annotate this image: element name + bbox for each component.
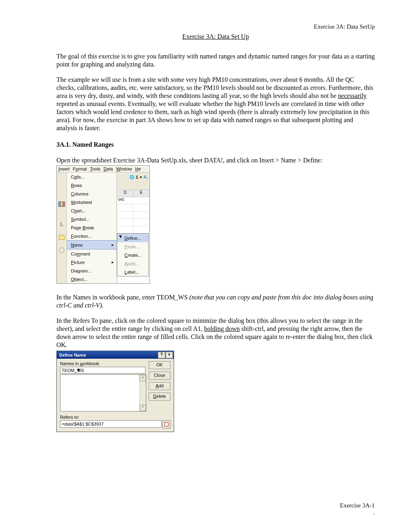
menu-data[interactable]: Data [104, 166, 113, 171]
grid-row [117, 204, 149, 212]
para2-underline: necessarily [338, 92, 367, 99]
menu-item-comment[interactable]: Comment [67, 249, 116, 258]
footer-text: Exercise 3A-1 [340, 502, 375, 509]
menu-icon-gutter: fx [57, 172, 67, 283]
grid-row [117, 212, 149, 219]
menu-item-diagram[interactable]: Diagram... [67, 266, 116, 275]
submenu-item-apply: Apply... [117, 259, 148, 268]
menu-item-object[interactable]: Object... [67, 275, 116, 283]
page-header-right: Exercise 3A: Data SetUp [314, 23, 375, 30]
function-icon: fx [60, 221, 63, 227]
footer-dot: . [340, 509, 375, 516]
menu-format[interactable]: Format [73, 166, 87, 171]
dialog-title-text: Define Name [59, 353, 86, 357]
submenu-item-paste: Paste... [117, 242, 148, 251]
menu-item-rows[interactable]: Rows [67, 181, 116, 189]
cell-fragment: onc [117, 197, 149, 204]
dialog-close-button[interactable]: × [166, 352, 173, 358]
dialog-titlebar: Define Name ? × [57, 351, 174, 359]
menu-item-worksheet[interactable]: Worksheet [67, 198, 116, 206]
dialog-help-button[interactable]: ? [158, 352, 165, 358]
submenu-item-define[interactable]: Define... [117, 234, 148, 242]
hyperlink-icon[interactable]: 🌐 [129, 175, 134, 179]
grid-row [117, 219, 149, 226]
scroll-up-icon[interactable]: ▲ [140, 375, 146, 381]
names-listbox[interactable]: ▲ ▼ [60, 374, 146, 411]
paragraph-1: The goal of this exercise is to give you… [56, 52, 375, 69]
delete-button[interactable]: Delete [149, 393, 170, 401]
insert-dropdown: Cells... Rows Columns Worksheet Chart...… [67, 172, 117, 283]
close-button[interactable]: Close [149, 372, 170, 380]
chart-icon [58, 202, 65, 207]
cursor-icon [119, 234, 122, 238]
menu-item-name[interactable]: Name▸ [67, 240, 116, 249]
paragraph-3: Open the spreadsheet Exercise 3A-Data Se… [56, 156, 375, 164]
collapse-dialog-button[interactable] [162, 420, 170, 428]
submenu-item-create[interactable]: Create... [117, 251, 148, 259]
define-name-dialog: Define Name ? × Names in workbook: ▲ ▼ O… [56, 351, 174, 432]
autosum-icon[interactable]: Σ [136, 175, 139, 179]
section-heading-3a1: 3A.1. Named Ranges [56, 141, 375, 148]
para5-underline: holding down [204, 325, 240, 332]
submenu-arrow-icon: ▸ [112, 260, 114, 265]
range-selector-icon [164, 422, 168, 426]
menu-item-cells[interactable]: Cells... [67, 172, 116, 181]
toolbar-fragment: 🌐 Σ ▾ A↓ [117, 172, 149, 182]
paragraph-4: In the Names in workbook pane, enter TEO… [56, 293, 375, 310]
column-headers: D E [117, 190, 149, 197]
diagram-icon [59, 247, 64, 253]
grid-row [117, 226, 149, 233]
para2-part-a: The example we will use is from a site w… [56, 76, 373, 99]
menu-item-symbol[interactable]: Symbol... [67, 215, 116, 223]
excel-insert-menu-screenshot: IInsertnsert Format Tools Data Window He… [56, 165, 150, 284]
menu-insert[interactable]: IInsertnsert [58, 166, 70, 171]
menu-window[interactable]: Window [116, 166, 132, 171]
ok-button[interactable]: OK [149, 361, 170, 369]
paragraph-2: The example we will use is from a site w… [56, 76, 375, 132]
listbox-scrollbar[interactable]: ▲ ▼ [139, 375, 146, 411]
paragraph-5: In the Refers To pane, click on the colo… [56, 317, 375, 349]
menu-item-pagebreak[interactable]: Page Break [67, 223, 116, 232]
submenu-arrow-icon: ▸ [112, 242, 114, 247]
col-head-e[interactable]: E [133, 190, 149, 197]
page-footer: Exercise 3A-1 . [340, 502, 375, 516]
refers-to-label: Refers to: [60, 415, 170, 420]
names-in-workbook-label: Names in workbook: [60, 361, 145, 366]
menu-item-columns[interactable]: Columns [67, 189, 116, 198]
scroll-down-icon[interactable]: ▼ [140, 405, 146, 411]
menu-item-chart[interactable]: Chart... [67, 206, 116, 215]
dropdown-arrow-icon[interactable]: ▾ [140, 175, 142, 179]
menu-help[interactable]: He [135, 166, 141, 171]
refers-to-input[interactable] [60, 420, 162, 428]
excel-grid-fragment: 🌐 Σ ▾ A↓ D E onc Defin [117, 172, 149, 283]
para4-part-a: In the Names in workbook pane, enter TEO… [56, 294, 189, 301]
excel-menubar: IInsertnsert Format Tools Data Window He [57, 166, 149, 172]
comment-icon [59, 235, 64, 240]
menu-tools[interactable]: Tools [90, 166, 100, 171]
sort-icon[interactable]: A↓ [143, 175, 148, 179]
name-submenu: Define... Paste... Create... Apply... La… [117, 233, 149, 276]
add-button[interactable]: Add [149, 382, 170, 390]
para2-part-b: reported as unusual events. Eventually, … [56, 100, 369, 131]
menu-item-picture[interactable]: Picture▸ [67, 258, 116, 266]
names-in-workbook-input[interactable] [60, 367, 145, 374]
document-page: Exercise 3A: Data SetUp Exercise 3A: Dat… [0, 0, 411, 532]
col-head-d[interactable]: D [117, 190, 133, 197]
menu-item-function[interactable]: Function... [67, 232, 116, 240]
document-title: Exercise 3A: Data Set Up [56, 33, 375, 40]
submenu-item-label[interactable]: Label... [117, 268, 148, 276]
